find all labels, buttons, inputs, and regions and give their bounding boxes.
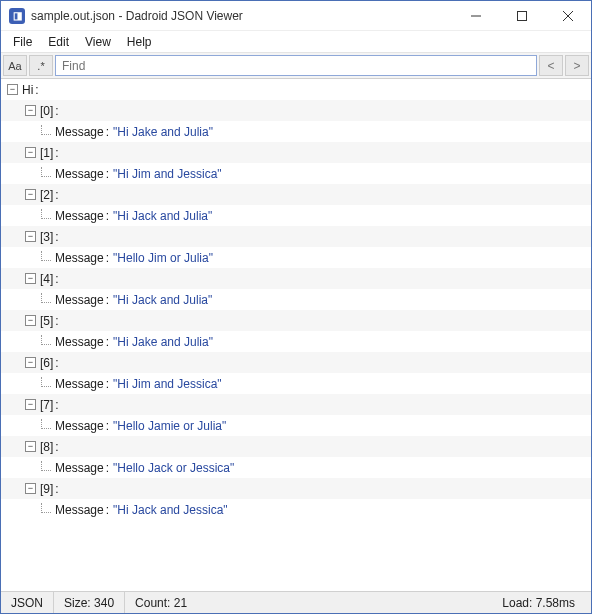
colon: :: [55, 482, 58, 496]
colon: :: [106, 461, 109, 475]
colon: :: [55, 188, 58, 202]
tree-key: Message: [55, 209, 104, 223]
menubar: File Edit View Help: [1, 31, 591, 53]
colon: :: [106, 209, 109, 223]
tree-index: [4]: [40, 272, 53, 286]
tree-value: "Hello Jamie or Julia": [113, 419, 226, 433]
colon: :: [55, 272, 58, 286]
statusbar: JSON Size: 340 Count: 21 Load: 7.58ms: [1, 591, 591, 613]
tree-elbow-icon: [41, 335, 51, 345]
tree-value: "Hi Jack and Jessica": [113, 503, 228, 517]
tree-value: "Hi Jake and Julia": [113, 335, 213, 349]
tree-value: "Hello Jim or Julia": [113, 251, 213, 265]
search-input[interactable]: [55, 55, 537, 76]
colon: :: [55, 314, 58, 328]
window-controls: [453, 1, 591, 30]
tree-index: [8]: [40, 440, 53, 454]
tree-index: [7]: [40, 398, 53, 412]
tree-toggle[interactable]: −: [25, 483, 36, 494]
colon: :: [55, 398, 58, 412]
tree-toggle[interactable]: −: [25, 441, 36, 452]
tree-view[interactable]: −Hi :−[0] :Message :"Hi Jake and Julia"−…: [1, 79, 591, 591]
tree-index: [0]: [40, 104, 53, 118]
tree-elbow-icon: [41, 419, 51, 429]
menu-edit[interactable]: Edit: [40, 33, 77, 51]
status-count: Count: 21: [125, 592, 492, 613]
window-title: sample.out.json - Dadroid JSON Viewer: [31, 9, 453, 23]
find-prev-button[interactable]: <: [539, 55, 563, 76]
tree-elbow-icon: [41, 293, 51, 303]
colon: :: [106, 503, 109, 517]
tree-index: [2]: [40, 188, 53, 202]
tree-key: Message: [55, 335, 104, 349]
status-type: JSON: [1, 592, 54, 613]
tree-value: "Hi Jim and Jessica": [113, 167, 222, 181]
tree-index: [6]: [40, 356, 53, 370]
colon: :: [106, 419, 109, 433]
tree-value: "Hi Jake and Julia": [113, 125, 213, 139]
tree-index: [5]: [40, 314, 53, 328]
titlebar: ◨ sample.out.json - Dadroid JSON Viewer: [1, 1, 591, 31]
tree-value: "Hello Jack or Jessica": [113, 461, 234, 475]
menu-help[interactable]: Help: [119, 33, 160, 51]
tree-toggle[interactable]: −: [7, 84, 18, 95]
tree-elbow-icon: [41, 251, 51, 261]
colon: :: [35, 83, 38, 97]
regex-button[interactable]: .*: [29, 55, 53, 76]
tree-toggle[interactable]: −: [25, 105, 36, 116]
colon: :: [55, 230, 58, 244]
tree-index: [1]: [40, 146, 53, 160]
tree-toggle[interactable]: −: [25, 399, 36, 410]
tree-toggle[interactable]: −: [25, 231, 36, 242]
colon: :: [106, 377, 109, 391]
tree-toggle[interactable]: −: [25, 189, 36, 200]
status-load: Load: 7.58ms: [492, 592, 591, 613]
match-case-button[interactable]: Aa: [3, 55, 27, 76]
tree-value: "Hi Jim and Jessica": [113, 377, 222, 391]
close-button[interactable]: [545, 1, 591, 30]
tree-key: Message: [55, 167, 104, 181]
tree-key: Message: [55, 251, 104, 265]
menu-view[interactable]: View: [77, 33, 119, 51]
tree-elbow-icon: [41, 461, 51, 471]
colon: :: [106, 335, 109, 349]
tree-key: Message: [55, 503, 104, 517]
tree-elbow-icon: [41, 209, 51, 219]
tree-index: [9]: [40, 482, 53, 496]
tree-index: [3]: [40, 230, 53, 244]
colon: :: [55, 440, 58, 454]
menu-file[interactable]: File: [5, 33, 40, 51]
colon: :: [55, 146, 58, 160]
tree-elbow-icon: [41, 167, 51, 177]
colon: :: [106, 293, 109, 307]
colon: :: [106, 251, 109, 265]
tree-toggle[interactable]: −: [25, 357, 36, 368]
tree-toggle[interactable]: −: [25, 273, 36, 284]
tree-key: Message: [55, 419, 104, 433]
tree-elbow-icon: [41, 125, 51, 135]
tree-key: Hi: [22, 83, 33, 97]
toolbar: Aa .* < >: [1, 53, 591, 79]
tree-toggle[interactable]: −: [25, 315, 36, 326]
tree-key: Message: [55, 125, 104, 139]
status-size: Size: 340: [54, 592, 125, 613]
maximize-button[interactable]: [499, 1, 545, 30]
find-next-button[interactable]: >: [565, 55, 589, 76]
tree-elbow-icon: [41, 377, 51, 387]
tree-toggle[interactable]: −: [25, 147, 36, 158]
colon: :: [106, 125, 109, 139]
svg-rect-1: [518, 11, 527, 20]
colon: :: [55, 104, 58, 118]
tree-key: Message: [55, 377, 104, 391]
minimize-button[interactable]: [453, 1, 499, 30]
tree-elbow-icon: [41, 503, 51, 513]
colon: :: [55, 356, 58, 370]
tree-key: Message: [55, 293, 104, 307]
tree-key: Message: [55, 461, 104, 475]
colon: :: [106, 167, 109, 181]
tree-value: "Hi Jack and Julia": [113, 209, 212, 223]
tree-value: "Hi Jack and Julia": [113, 293, 212, 307]
app-icon: ◨: [9, 8, 25, 24]
